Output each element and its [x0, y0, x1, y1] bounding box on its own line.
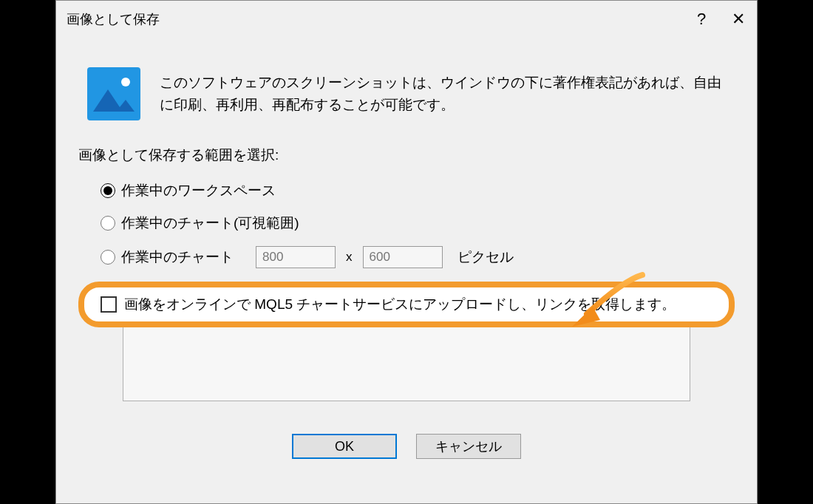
- help-icon: ?: [697, 10, 706, 29]
- radio-workspace-label: 作業中のワークスペース: [121, 181, 276, 200]
- dialog-title: 画像として保存: [67, 10, 160, 28]
- upload-checkbox-label: 画像をオンラインで MQL5 チャートサービスにアップロードし、リンクを取得しま…: [124, 295, 676, 314]
- radio-chart-custom-input[interactable]: [101, 250, 115, 265]
- svg-point-1: [121, 78, 130, 86]
- radio-chart-visible-input[interactable]: [101, 216, 115, 231]
- radio-workspace-input[interactable]: [101, 183, 115, 198]
- save-image-dialog: 画像として保存 ? ✕ このソフトウェアのスクリーンショットは、ウインドウの下に…: [55, 0, 758, 504]
- options-group: 作業中のワークスペース 作業中のチャート(可視範囲) 作業中のチャート x ピク…: [78, 181, 735, 268]
- titlebar-controls: ? ✕: [683, 1, 757, 38]
- title-bar: 画像として保存 ? ✕: [56, 1, 757, 38]
- range-section-label: 画像として保存する範囲を選択:: [78, 146, 735, 165]
- highlighted-checkbox-area: 画像をオンラインで MQL5 チャートサービスにアップロードし、リンクを取得しま…: [78, 282, 735, 327]
- intro-text: このソフトウェアのスクリーンショットは、ウインドウの下に著作権表記があれば、自由…: [160, 67, 735, 117]
- close-icon: ✕: [732, 10, 745, 29]
- picture-icon: [87, 67, 140, 120]
- close-button[interactable]: ✕: [720, 1, 757, 38]
- dialog-body: このソフトウェアのスクリーンショットは、ウインドウの下に著作権表記があれば、自由…: [56, 38, 757, 459]
- radio-chart-visible-label: 作業中のチャート(可視範囲): [121, 214, 299, 233]
- cancel-button-label: キャンセル: [435, 437, 502, 455]
- radio-workspace[interactable]: 作業中のワークスペース: [101, 181, 735, 200]
- cancel-button[interactable]: キャンセル: [416, 434, 521, 459]
- svg-rect-0: [87, 67, 140, 120]
- radio-chart-custom-label: 作業中のチャート: [121, 248, 234, 267]
- upload-checkbox-row[interactable]: 画像をオンラインで MQL5 チャートサービスにアップロードし、リンクを取得しま…: [90, 293, 723, 316]
- pixel-label: ピクセル: [457, 248, 514, 267]
- radio-chart-visible[interactable]: 作業中のチャート(可視範囲): [101, 214, 735, 233]
- width-input[interactable]: [256, 246, 336, 268]
- ok-button[interactable]: OK: [292, 434, 397, 459]
- ok-button-label: OK: [335, 439, 354, 454]
- height-input[interactable]: [363, 246, 443, 268]
- dialog-buttons: OK キャンセル: [78, 434, 735, 459]
- help-button[interactable]: ?: [683, 1, 720, 38]
- link-output-box: [123, 327, 690, 401]
- multiply-label: x: [346, 250, 353, 265]
- upload-checkbox[interactable]: [101, 296, 117, 313]
- intro-section: このソフトウェアのスクリーンショットは、ウインドウの下に著作権表記があれば、自由…: [78, 67, 735, 120]
- radio-chart-custom-row: 作業中のチャート x ピクセル: [101, 246, 735, 268]
